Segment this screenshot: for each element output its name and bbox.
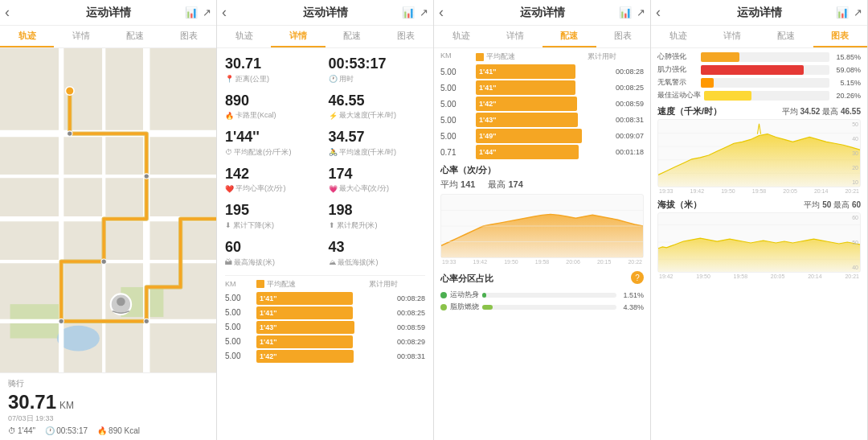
- chart-icon-2[interactable]: 📊: [402, 6, 415, 19]
- hz-label-2: 肌力强化: [657, 64, 698, 75]
- activity-label: 骑行: [8, 378, 208, 389]
- pace-label: ⏱ 平均配速(分/千米): [225, 147, 322, 158]
- svg-point-12: [65, 87, 74, 96]
- map-distance: 30.71: [8, 391, 56, 413]
- elev-title: 海拔（米）: [657, 199, 702, 211]
- elev-header: 海拔（米） 平均 50 最高 60: [657, 199, 861, 211]
- avghr-label: ❤️ 平均心率(次/分): [225, 183, 322, 194]
- p3-row-3: 5.00 1'42'' 00:08:59: [440, 97, 644, 111]
- map-unit: KM: [59, 400, 74, 411]
- detail-minalt: 43 ⛰ 最低海拔(米): [329, 236, 426, 270]
- detail-avghr: 142 ❤️ 平均心率(次/分): [225, 163, 322, 197]
- detail-descent: 198 ⬆ 累计爬升(米): [329, 199, 426, 233]
- panel-map: ‹ 运动详情 📊 ↗ 轨迹 详情 配速 图表: [0, 0, 217, 440]
- back-button-4[interactable]: ‹: [656, 4, 661, 21]
- minalt-label: ⛰ 最低海拔(米): [329, 257, 426, 268]
- panel-detail: ‹ 运动详情 📊 ↗ 轨迹 详情 配速 图表 30.71 📍 距离(公里) 00…: [217, 0, 434, 440]
- zone-label-2: 脂肪燃烧: [450, 302, 479, 312]
- zone-info-icon[interactable]: ?: [631, 271, 644, 284]
- tab-pace-4[interactable]: 配速: [760, 26, 813, 47]
- title-4: 运动详情: [737, 6, 782, 20]
- hz-row-2: 肌力强化 59.08%: [657, 64, 861, 75]
- tab-track-3[interactable]: 轨迹: [434, 26, 488, 47]
- share-icon-3[interactable]: ↗: [637, 6, 645, 19]
- share-icon-1[interactable]: ↗: [203, 6, 211, 19]
- hz-pct-4: 20.26%: [833, 92, 861, 100]
- panel-charts: ‹ 运动详情 📊 ↗ 轨迹 详情 配速 图表 心肺强化 15.85% 肌力强化 …: [651, 0, 868, 440]
- svg-point-17: [59, 319, 63, 323]
- map-date: 07/03日 19:33: [8, 413, 208, 424]
- avgspeed-label: 🚴 平均速度(千米/时): [329, 147, 426, 158]
- tab-track-2[interactable]: 轨迹: [217, 26, 271, 47]
- p3-row-6: 0.71 1'44'' 00:01:18: [440, 145, 644, 159]
- col-pace: 平均配速: [267, 279, 296, 290]
- map-cal-stat: 🔥 890 Kcal: [97, 426, 140, 435]
- tab-chart-4[interactable]: 图表: [813, 26, 867, 47]
- tab-detail-1[interactable]: 详情: [54, 26, 108, 47]
- tabs-1: 轨迹 详情 配速 图表: [0, 26, 216, 48]
- detail-avgspeed: 34.57 🚴 平均速度(千米/时): [329, 126, 426, 160]
- detail-distance: 30.71 📍 距离(公里): [225, 53, 322, 87]
- detail-time: 00:53:17 🕐 用时: [329, 53, 426, 87]
- header-4: ‹ 运动详情 📊 ↗: [651, 0, 867, 26]
- chart-icon-4[interactable]: 📊: [836, 6, 849, 19]
- tab-track-4[interactable]: 轨迹: [651, 26, 705, 47]
- back-button-1[interactable]: ‹: [5, 4, 10, 21]
- tab-pace-3[interactable]: 配速: [542, 26, 596, 47]
- p3-row-2: 5.00 1'41'' 00:08:25: [440, 80, 644, 95]
- zone-dot-1: [440, 292, 447, 298]
- pace-table-p2: KM 平均配速 累计用时 5.00 1'41'' 00:08:28 5.00 1…: [225, 279, 425, 363]
- tab-detail-3[interactable]: 详情: [488, 26, 542, 47]
- speed-stats: 平均 34.52 最高 46.55: [782, 106, 861, 117]
- tab-detail-4[interactable]: 详情: [705, 26, 759, 47]
- speed-section: 速度（千米/时） 平均 34.52 最高 46.55: [657, 105, 861, 194]
- tab-detail-2[interactable]: 详情: [271, 26, 325, 47]
- hr-zone-section: 心率分区占比 ? 运动热身 1.51% 脂肪燃烧 4.38%: [440, 268, 644, 312]
- hz-pct-3: 5.15%: [833, 79, 861, 87]
- title-2: 运动详情: [303, 6, 348, 20]
- pace-table-header: KM 平均配速 累计用时: [225, 279, 425, 290]
- tabs-4: 轨迹 详情 配速 图表: [651, 26, 867, 48]
- detail-maxalt: 60 🏔 最高海拔(米): [225, 236, 322, 270]
- p3-row-1: 5.00 1'41'' 00:08:28: [440, 64, 644, 79]
- title-1: 运动详情: [86, 6, 131, 20]
- p3-row-5: 5.00 1'49'' 00:09:07: [440, 129, 644, 143]
- p3-table-header: KM 平均配速 累计用时: [440, 51, 644, 62]
- maxalt-label: 🏔 最高海拔(米): [225, 257, 322, 268]
- cal-label: 🔥 卡路里(Kcal): [225, 110, 322, 121]
- map-pace-stat: ⏱ 1'44": [8, 426, 35, 435]
- back-button-3[interactable]: ‹: [439, 4, 444, 21]
- back-button-2[interactable]: ‹: [222, 4, 227, 21]
- tab-chart-1[interactable]: 图表: [162, 26, 216, 47]
- chart-icon-3[interactable]: 📊: [619, 6, 632, 19]
- header-2: ‹ 运动详情 📊 ↗: [217, 0, 433, 26]
- elev-y-axis: 60 50 40: [852, 213, 858, 272]
- zone-dot-2: [440, 304, 447, 310]
- detail-pace: 1'44'' ⏱ 平均配速(分/千米): [225, 126, 322, 160]
- tab-chart-3[interactable]: 图表: [596, 26, 650, 47]
- tab-pace-2[interactable]: 配速: [326, 26, 379, 47]
- elev-x-labels: 19:42 19:50 19:58 20:05 20:14 20:21: [657, 273, 861, 279]
- pace-row-4: 5.00 1'41'' 00:08:29: [225, 335, 425, 348]
- pace-row-3: 5.00 1'43'' 00:08:59: [225, 321, 425, 334]
- detail-maxhr: 174 💗 最大心率(次/分): [329, 163, 426, 197]
- tab-track-1[interactable]: 轨迹: [0, 26, 54, 47]
- tab-chart-2[interactable]: 图表: [379, 26, 433, 47]
- tab-pace-1[interactable]: 配速: [108, 26, 162, 47]
- maxspeed-label: ⚡ 最大速度(千米/时): [329, 110, 426, 121]
- map-sub-stats: ⏱ 1'44" 🕐 00:53:17 🔥 890 Kcal: [8, 426, 208, 435]
- hr-x-labels: 19:33 19:42 19:50 19:58 20:06 20:15 20:2…: [440, 259, 644, 265]
- elev-chart: 60 50 40: [657, 212, 861, 273]
- svg-point-20: [117, 298, 125, 306]
- maxhr-label: 💗 最大心率(次/分): [329, 183, 426, 194]
- hr-section-title: 心率（次/分）: [440, 164, 644, 176]
- header-icons-3: 📊 ↗: [619, 6, 645, 19]
- header-icons-1: 📊 ↗: [185, 6, 211, 19]
- share-icon-4[interactable]: ↗: [854, 6, 862, 19]
- header-icons-4: 📊 ↗: [836, 6, 862, 19]
- detail-content: 30.71 📍 距离(公里) 00:53:17 🕐 用时 890 🔥 卡路里(K…: [217, 48, 433, 440]
- share-icon-2[interactable]: ↗: [420, 6, 428, 19]
- pace-row-2: 5.00 1'41'' 00:08:25: [225, 306, 425, 319]
- chart-icon-1[interactable]: 📊: [185, 6, 198, 19]
- speed-y-axis: 50 40 30 20 10: [852, 120, 858, 187]
